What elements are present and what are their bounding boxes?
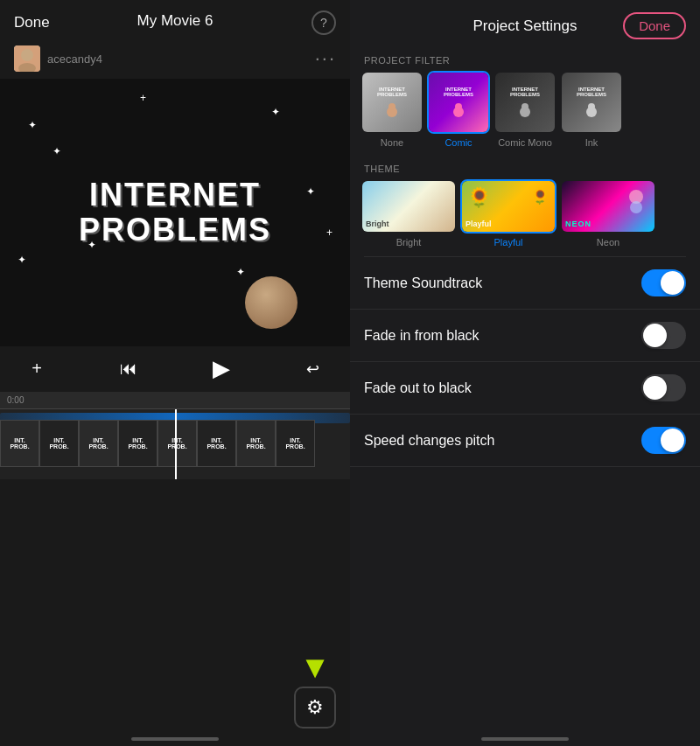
fade-in-toggle[interactable]: [641, 322, 686, 349]
film-frame-1: INT.PROB.: [0, 420, 39, 467]
filter-comic-mono-thumb[interactable]: INTERNETPROBLEMS: [494, 71, 556, 134]
theme-playful-thumb[interactable]: 🌻 🌻 Playful: [460, 179, 556, 234]
svg-point-8: [522, 103, 528, 110]
fade-out-toggle[interactable]: [641, 374, 686, 401]
movie-title: My Movie 6: [137, 12, 214, 30]
film-frame-7: INT.PROB.: [236, 420, 276, 467]
settings-button[interactable]: ⚙: [294, 687, 336, 729]
left-bottom-section: ▼ ⚙: [0, 479, 350, 747]
filter-scroll[interactable]: INTERNETPROBLEMS None INTERNETPROBLEMS C…: [350, 71, 700, 157]
star-2: ✦: [52, 145, 61, 157]
film-frame-4: INT.PROB.: [118, 420, 158, 467]
timeline-time: 0:00: [7, 395, 24, 405]
speed-pitch-label: Speed changes pitch: [364, 433, 494, 449]
fade-out-knob: [643, 376, 667, 400]
theme-bright-preview: Bright: [362, 181, 455, 232]
right-bottom-spacer: [350, 467, 700, 746]
toggle-rows: Theme Soundtrack Fade in from black Fade…: [350, 257, 700, 467]
svg-point-6: [455, 103, 462, 110]
timeline-track[interactable]: INT.PROB. INT.PROB. INT.PROB. INT.PROB. …: [0, 409, 350, 479]
speed-pitch-knob: [661, 429, 684, 452]
left-header-left: Done: [14, 14, 50, 31]
undo-button[interactable]: ↩: [298, 353, 329, 385]
filter-ink-label: Ink: [585, 137, 598, 148]
home-indicator-right: [481, 737, 569, 741]
filter-none-item[interactable]: INTERNETPROBLEMS None: [360, 71, 424, 148]
theme-neon-item[interactable]: NEON Neon: [560, 179, 656, 248]
film-frame-8: INT.PROB.: [276, 420, 315, 467]
timeline-area[interactable]: 0:00 INT.PROB. INT.PROB. INT.PROB. INT.P…: [0, 392, 350, 479]
filter-comic-item[interactable]: INTERNETPROBLEMS Comic: [427, 71, 490, 148]
add-clip-button[interactable]: +: [21, 353, 52, 385]
fade-in-knob: [643, 324, 667, 347]
theme-neon-preview: NEON: [562, 181, 654, 232]
avatar: [14, 45, 40, 72]
rewind-button[interactable]: ⏮: [113, 353, 144, 385]
theme-bright-item[interactable]: Bright Bright: [360, 179, 457, 248]
film-frame-3: INT.PROB.: [79, 420, 118, 467]
theme-soundtrack-knob: [661, 271, 684, 295]
theme-playful-item[interactable]: 🌻 🌻 Playful Playful: [460, 179, 556, 248]
film-frame-5: INT.PROB.: [158, 420, 197, 467]
fade-out-label: Fade out to black: [364, 380, 472, 396]
fade-in-label: Fade in from black: [364, 328, 480, 344]
done-button-left[interactable]: Done: [14, 14, 50, 31]
theme-section-label: THEME: [350, 157, 700, 179]
left-header-right: ?: [312, 10, 336, 35]
done-button-right[interactable]: Done: [623, 12, 686, 39]
film-frame-6: INT.PROB.: [197, 420, 236, 467]
theme-neon-thumb[interactable]: NEON: [560, 179, 656, 234]
video-line1: INTERNET: [79, 178, 271, 213]
theme-scroll[interactable]: Bright Bright 🌻 🌻 Playful Playful NEON: [350, 179, 700, 256]
filter-section-label: PROJECT FILTER: [350, 48, 700, 71]
filter-ink-preview: INTERNETPROBLEMS: [562, 73, 621, 132]
filter-comic-mono-item[interactable]: INTERNETPROBLEMS Comic Mono: [494, 71, 556, 148]
theme-soundtrack-toggle[interactable]: [641, 269, 686, 296]
home-indicator-left: [131, 737, 219, 741]
gear-icon: ⚙: [306, 696, 324, 719]
video-text: INTERNET PROBLEMS: [79, 178, 271, 247]
filter-comic-mono-label: Comic Mono: [498, 137, 552, 148]
svg-point-12: [630, 201, 642, 213]
theme-neon-label: Neon: [597, 237, 620, 248]
toggle-row-fade-in: Fade in from black: [350, 310, 700, 362]
toggle-row-fade-out: Fade out to black: [350, 362, 700, 415]
film-frame-2: INT.PROB.: [39, 420, 79, 467]
user-row: acecandy4 ···: [0, 45, 350, 79]
filter-comic-thumb[interactable]: INTERNETPROBLEMS: [427, 71, 490, 134]
help-button[interactable]: ?: [312, 10, 336, 35]
right-header: Project Settings Done: [350, 0, 700, 48]
more-options-button[interactable]: ···: [315, 47, 336, 70]
star-10: +: [326, 227, 332, 239]
filter-ink-item[interactable]: INTERNETPROBLEMS Ink: [560, 71, 623, 148]
video-preview: ✦ ✦ ✦ ✦ ✦ ✦ ✦ ✦ + + INTERNET PROBLEMS: [0, 79, 350, 346]
filter-none-thumb[interactable]: INTERNETPROBLEMS: [360, 71, 424, 134]
theme-soundtrack-label: Theme Soundtrack: [364, 275, 482, 291]
filter-none-preview: INTERNETPROBLEMS: [362, 73, 422, 132]
film-strip[interactable]: INT.PROB. INT.PROB. INT.PROB. INT.PROB. …: [0, 420, 315, 469]
filter-none-label: None: [381, 137, 403, 148]
playhead: [175, 409, 177, 479]
bottom-spacer: [0, 479, 350, 645]
toggle-row-theme-soundtrack: Theme Soundtrack: [350, 257, 700, 310]
theme-bright-thumb[interactable]: Bright: [360, 179, 457, 234]
arrow-down-icon: ▼: [299, 652, 331, 683]
username-label: acecandy4: [47, 52, 102, 66]
star-1: ✦: [28, 119, 37, 131]
play-button[interactable]: ▶: [206, 353, 237, 385]
filter-comic-preview: INTERNETPROBLEMS: [429, 73, 488, 132]
svg-point-1: [21, 49, 33, 61]
filter-comic-label: Comic: [444, 137, 472, 148]
star-8: ✦: [236, 266, 245, 278]
theme-playful-label: Playful: [494, 237, 522, 248]
left-header: Done My Movie 6 ?: [0, 0, 350, 45]
toggle-row-speed-pitch: Speed changes pitch: [350, 415, 700, 467]
question-mark-icon: ?: [320, 16, 327, 30]
undo-icon: ↩: [306, 359, 319, 379]
svg-point-10: [588, 103, 595, 110]
filter-comic-mono-preview: INTERNETPROBLEMS: [495, 73, 555, 132]
star-9: +: [140, 92, 146, 104]
filter-ink-thumb[interactable]: INTERNETPROBLEMS: [560, 71, 623, 134]
speed-pitch-toggle[interactable]: [641, 427, 686, 454]
theme-bright-label: Bright: [396, 237, 422, 248]
